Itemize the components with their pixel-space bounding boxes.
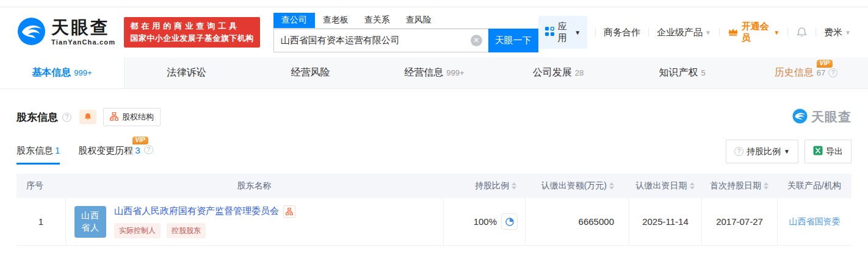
tianyancha-watermark: 天眼查 bbox=[792, 108, 852, 126]
search-tab-risk[interactable]: 查风险 bbox=[398, 13, 439, 28]
search-tab-company[interactable]: 查公司 bbox=[273, 13, 315, 28]
tab-company-development[interactable]: 公司发展 28 bbox=[496, 57, 620, 88]
tianyancha-swirl-icon bbox=[17, 17, 46, 48]
export-label: 导出 bbox=[826, 146, 843, 157]
header-index: 序号 bbox=[16, 180, 65, 191]
apps-grid-icon bbox=[545, 27, 554, 38]
apps-menu[interactable]: 应用 ▼ bbox=[538, 16, 588, 49]
subscribed-date-value: 2025-11-14 bbox=[642, 216, 689, 227]
shareholder-name-cell: 山西 省人 山西省人民政府国有资产监督管理委员会 bbox=[65, 198, 443, 245]
watermark-label: 天眼查 bbox=[811, 108, 852, 126]
shareholder-avatar[interactable]: 山西 省人 bbox=[74, 206, 106, 238]
subscribed-capital-value: 6665000 bbox=[579, 216, 614, 227]
tianyancha-logo[interactable]: 天眼查 TianYanCha.com bbox=[17, 17, 115, 48]
divider bbox=[816, 28, 816, 37]
crown-icon bbox=[728, 27, 739, 38]
tab-label: 公司发展 bbox=[533, 66, 572, 79]
sort-icon[interactable] bbox=[764, 182, 769, 190]
related-product-link[interactable]: 山西省国资委 bbox=[789, 216, 841, 227]
section-title: 股东信息 bbox=[16, 110, 58, 124]
clear-search-icon[interactable]: ✕ bbox=[471, 35, 482, 46]
help-icon: ? bbox=[734, 147, 743, 156]
related-product-cell: 山西省国资委 bbox=[777, 198, 852, 245]
open-vip-menu[interactable]: 开通会员 ▼ bbox=[728, 21, 780, 44]
tab-label: 基本信息 bbox=[32, 66, 71, 79]
shareholder-subtabs: 股东信息 1 VIP 股权变更历程 3 ? ? 持股比例 ▼ bbox=[16, 140, 852, 165]
notification-bell-icon[interactable] bbox=[796, 26, 808, 38]
tab-count: 999+ bbox=[74, 68, 92, 77]
tianyancha-swirl-icon bbox=[792, 108, 808, 126]
tab-basic-info[interactable]: 基本信息 999+ bbox=[0, 57, 125, 88]
equity-structure-mini-button[interactable] bbox=[283, 205, 295, 218]
chevron-down-icon: ▼ bbox=[845, 29, 851, 36]
tab-label: 经营风险 bbox=[291, 66, 330, 79]
sort-icon[interactable] bbox=[609, 182, 614, 190]
header-shareholder-name: 股东名称 bbox=[65, 180, 443, 191]
holding-ratio-filter-button[interactable]: ? 持股比例 ▼ bbox=[726, 140, 798, 163]
avatar-text: 省人 bbox=[81, 222, 99, 234]
slogan-line1: 都在用的商业查询工具 bbox=[130, 20, 254, 32]
divider bbox=[648, 28, 649, 37]
vip-badge: VIP bbox=[132, 137, 148, 144]
table-header-row: 序号 股东名称 持股比例 认缴出资额(万元) 认缴出资日期 首次持股日期 关联产… bbox=[16, 174, 852, 198]
logo-title: 天眼查 bbox=[51, 19, 115, 37]
row-index: 1 bbox=[16, 216, 65, 227]
header-first-holding-date[interactable]: 首次持股日期 bbox=[701, 180, 777, 191]
site-header: 天眼查 TianYanCha.com 都在用的商业查询工具 国家中小企业发展子基… bbox=[0, 7, 868, 57]
subtab-label: 股东信息 bbox=[16, 145, 53, 157]
tab-count: 999+ bbox=[446, 68, 464, 77]
search-button[interactable]: 天眼一下 bbox=[488, 29, 538, 52]
tab-label: 法律诉讼 bbox=[167, 66, 206, 79]
org-chart-icon bbox=[110, 112, 118, 123]
tab-operating-risk[interactable]: 经营风险 bbox=[248, 57, 372, 88]
tab-count: 67 bbox=[817, 68, 825, 77]
chevron-down-icon: ▼ bbox=[773, 29, 779, 36]
subtab-label: 股权变更历程 bbox=[78, 145, 133, 157]
sort-icon[interactable] bbox=[512, 182, 516, 190]
header-holding-ratio[interactable]: 持股比例 bbox=[443, 180, 525, 191]
company-section-navbar: 基本信息 999+ 法律诉讼 经营风险 经营信息 999+ 公司发展 28 知识… bbox=[0, 57, 868, 89]
search-tabs: 查公司 查老板 查关系 查风险 bbox=[273, 13, 538, 29]
excel-icon bbox=[813, 146, 823, 157]
subscribed-date-cell: 2025-11-14 bbox=[629, 198, 701, 245]
subtab-shareholder-info[interactable]: 股东信息 1 bbox=[16, 145, 60, 165]
shareholder-name-link[interactable]: 山西省人民政府国有资产监督管理委员会 bbox=[114, 205, 279, 217]
header-label: 持股比例 bbox=[475, 180, 509, 191]
search-block: 查公司 查老板 查关系 查风险 ✕ 天眼一下 bbox=[273, 13, 538, 52]
tab-history-info[interactable]: VIP 历史信息 67 ? bbox=[744, 57, 868, 88]
header-subscribed-capital[interactable]: 认缴出资额(万元) bbox=[525, 180, 629, 191]
export-button[interactable]: 导出 bbox=[805, 140, 852, 163]
row-index-cell: 1 bbox=[16, 198, 65, 245]
first-holding-date-cell: 2017-07-27 bbox=[701, 198, 777, 245]
business-cooperation-link[interactable]: 商务合作 bbox=[604, 27, 640, 38]
pie-chart-icon[interactable] bbox=[501, 213, 518, 230]
help-icon[interactable]: ? bbox=[62, 113, 71, 122]
subtab-count: 1 bbox=[55, 145, 60, 157]
header-label: 首次持股日期 bbox=[710, 180, 761, 191]
tab-legal-litigation[interactable]: 法律诉讼 bbox=[125, 57, 248, 88]
holding-ratio-cell: 100% bbox=[443, 198, 525, 245]
header-label: 认缴出资日期 bbox=[636, 180, 687, 191]
header-subscribed-date[interactable]: 认缴出资日期 bbox=[629, 180, 701, 191]
tab-intellectual-property[interactable]: 知识产权 5 bbox=[620, 57, 744, 88]
holding-ratio-value: 100% bbox=[474, 216, 497, 227]
shareholder-table: 序号 股东名称 持股比例 认缴出资额(万元) 认缴出资日期 首次持股日期 关联产… bbox=[16, 174, 852, 246]
tab-operating-info[interactable]: 经营信息 999+ bbox=[372, 57, 496, 88]
main-content: 股东信息 ? 股权结构 bbox=[0, 108, 868, 246]
subtab-equity-change-history[interactable]: VIP 股权变更历程 3 ? bbox=[78, 145, 153, 165]
search-tab-boss[interactable]: 查老板 bbox=[315, 13, 356, 28]
equity-structure-button[interactable]: 股权结构 bbox=[103, 108, 161, 126]
help-icon[interactable]: ? bbox=[828, 68, 837, 77]
help-icon[interactable]: ? bbox=[144, 145, 153, 154]
enterprise-products-menu[interactable]: 企业级产品 ▼ bbox=[657, 27, 711, 38]
equity-structure-label: 股权结构 bbox=[122, 112, 154, 123]
user-menu[interactable]: 费米 ▼ bbox=[824, 27, 851, 38]
enterprise-products-label: 企业级产品 bbox=[657, 27, 703, 38]
subscribe-bell-button[interactable] bbox=[79, 110, 96, 124]
username-label: 费米 bbox=[824, 27, 842, 38]
search-input[interactable] bbox=[273, 29, 488, 52]
divider bbox=[595, 28, 596, 37]
search-tab-relation[interactable]: 查关系 bbox=[356, 13, 398, 28]
sort-icon[interactable] bbox=[690, 182, 695, 190]
page-top-strip bbox=[0, 0, 868, 7]
